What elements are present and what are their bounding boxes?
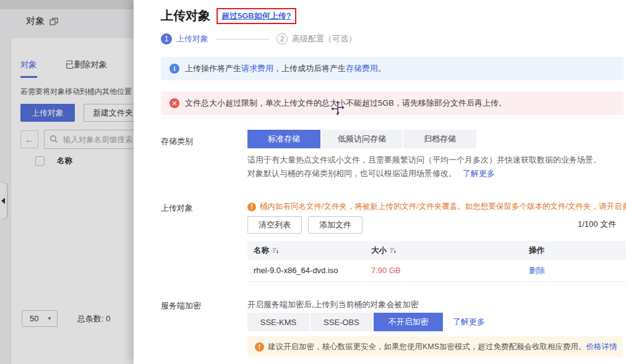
option-infrequent-access-storage[interactable]: 低频访问存储 [322,130,402,148]
encryption-learn-more-link[interactable]: 了解更多 [453,313,485,331]
encryption-label: 服务端加密 [161,300,201,311]
over-5gb-help-link[interactable]: 超过5GB如何上传? [221,11,291,20]
storage-class-options: 标准存储 低频访问存储 归档存储 [247,130,476,148]
encryption-desc: 开启服务端加密后,上传到当前桶的对象会被加密 [247,299,419,310]
col-size-header: 大小 [371,245,387,256]
request-fee-link[interactable]: 请求费用 [241,64,273,73]
step1-label: 上传对象 [176,33,208,44]
price-details-link[interactable]: 价格详情 [586,342,617,352]
storage-class-desc2-row: 对象默认与桶的存储类别相同，也可以根据适用场景修改。了解更多 [247,168,495,179]
storage-learn-more-link[interactable]: 了解更多 [463,169,495,178]
storage-class-desc2: 对象默认与桶的存储类别相同，也可以根据适用场景修改。 [247,169,457,178]
step-connector [216,39,269,40]
size-limit-error-banner: ✕ 文件总大小超过限制，单次上传文件的总大小不能超过5GB，请先移除部分文件后再… [161,91,624,115]
file-table: 名称 大小 操作 rhel-9.0-x86_64-dvd.iso 7.90 GB… [247,241,626,282]
file-size: 7.90 GB [371,266,529,275]
storage-class-label: 存储类别 [161,136,193,147]
col-action-header: 操作 [529,245,544,256]
drawer-title-row: 上传对象 超过5GB如何上传? [161,7,296,24]
col-name-header: 名称 [254,245,269,256]
info-icon: i [169,64,179,74]
option-sse-kms[interactable]: SSE-KMS [247,313,309,331]
notice-warning-icon: ! [255,342,264,352]
encryption-notice-text: 建议开启加密，核心数据更安全，如果您使用KMS加密模式，超过免费配额会收取相应费… [268,342,586,352]
size-limit-error-text: 文件总大小超过限制，单次上传文件的总大小不能超过5GB，请先移除部分文件后再上传… [185,98,507,109]
option-sse-obs[interactable]: SSE-OBS [311,313,372,331]
file-stats: 1/100 文件 大小 [578,219,626,230]
warning-icon: ! [247,203,256,211]
storage-fee-link[interactable]: 存储费用 [346,64,378,73]
encryption-options: SSE-KMS SSE-OBS 不开启加密 了解更多 [247,313,485,331]
fee-info-banner: i 上传操作将产生请求费用，上传成功后将产生存储费用。 [161,57,624,80]
storage-class-desc1: 适用于有大量热点文件或小文件，且需要频繁访问（平均一个月多次）并快速获取数据的业… [247,154,601,166]
sort-icon[interactable] [390,247,397,254]
step2-circle: 2 [277,33,288,44]
overwrite-warning: ! 桶内如有同名文件/文件夹，将被新上传的文件/文件夹覆盖。如您想要保留多个版本… [247,201,626,212]
error-icon: ✕ [169,98,179,108]
fee-info-text: 上传操作将产生请求费用，上传成功后将产生存储费用。 [185,63,386,74]
move-cursor-icon [330,100,346,118]
upload-object-label: 上传对象 [161,203,193,214]
file-count: 1/100 文件 [578,219,616,229]
add-file-button[interactable]: 添加文件 [308,216,362,234]
step2-label: 高级配置（可选） [292,33,356,44]
file-name: rhel-9.0-x86_64-dvd.iso [254,266,371,275]
option-standard-storage[interactable]: 标准存储 [247,130,320,148]
sort-icon[interactable] [272,247,279,254]
help-link-highlight-box: 超过5GB如何上传? [217,8,296,24]
file-table-row: rhel-9.0-x86_64-dvd.iso 7.90 GB 删除 [247,260,626,282]
clear-list-button[interactable]: 清空列表 [247,216,302,234]
step-indicator: 1 上传对象 2 高级配置（可选） [161,33,356,44]
step1-circle: 1 [161,33,172,44]
overwrite-warning-text: 桶内如有同名文件/文件夹，将被新上传的文件/文件夹覆盖。如您想要保留多个版本的文… [260,201,626,212]
file-list-actions: 清空列表 添加文件 [247,216,362,234]
drawer-title: 上传对象 [161,7,210,24]
delete-file-link[interactable]: 删除 [529,265,626,276]
option-no-encryption[interactable]: 不开启加密 [374,313,443,331]
upload-object-drawer: 上传对象 超过5GB如何上传? 1 上传对象 2 高级配置（可选） i 上传操作… [134,0,626,364]
option-archive-storage[interactable]: 归档存储 [403,130,476,148]
file-table-header: 名称 大小 操作 [247,241,626,260]
encryption-notice-banner: ! 建议开启加密，核心数据更安全，如果您使用KMS加密模式，超过免费配额会收取相… [247,336,622,357]
